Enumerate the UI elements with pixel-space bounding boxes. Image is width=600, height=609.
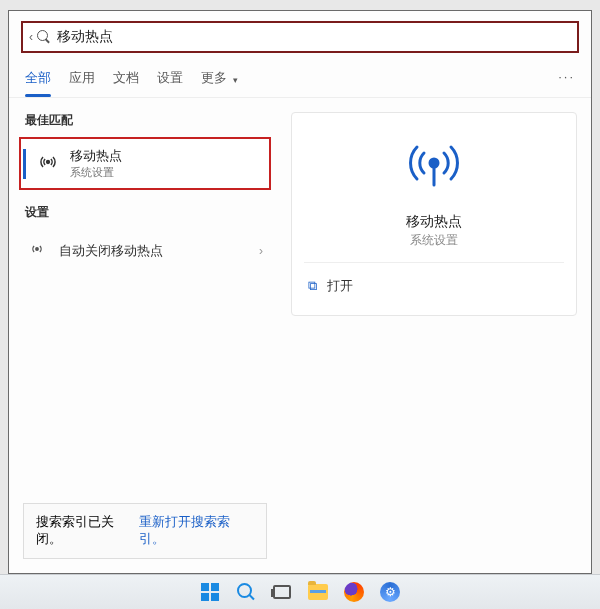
settings-app[interactable]	[377, 579, 403, 605]
setting-label: 自动关闭移动热点	[59, 242, 163, 260]
search-icon	[37, 30, 51, 44]
hotspot-icon	[38, 152, 58, 176]
hotspot-icon	[27, 239, 47, 262]
taskbar-search[interactable]	[233, 579, 259, 605]
index-status-bar: 搜索索引已关闭。 重新打开搜索索引。	[23, 503, 267, 559]
chevron-right-icon: ›	[259, 244, 263, 258]
search-window: ‹ 全部 应用 文档 设置 更多 ▾ ··· 最佳匹配	[8, 10, 592, 574]
spacer	[9, 272, 281, 503]
overflow-menu[interactable]: ···	[558, 69, 575, 92]
filter-tabs: 全部 应用 文档 设置 更多 ▾ ···	[9, 59, 591, 98]
best-match-item[interactable]: 移动热点 系统设置	[19, 137, 271, 190]
search-input[interactable]	[57, 29, 571, 45]
folder-icon	[308, 584, 328, 600]
search-box[interactable]: ‹	[21, 21, 579, 53]
taskview-icon	[273, 585, 291, 599]
setting-auto-off-hotspot[interactable]: 自动关闭移动热点 ›	[9, 229, 281, 272]
firefox-icon	[344, 582, 364, 602]
preview-card: 移动热点 系统设置 ⧉ 打开	[291, 112, 577, 316]
open-action[interactable]: ⧉ 打开	[304, 273, 357, 299]
divider	[304, 262, 564, 263]
results-list: 最佳匹配 移动热点 系统设置 设置	[9, 98, 281, 573]
selection-indicator	[23, 149, 26, 179]
results-body: 最佳匹配 移动热点 系统设置 设置	[9, 98, 591, 573]
firefox[interactable]	[341, 579, 367, 605]
tab-all[interactable]: 全部	[25, 63, 51, 97]
tab-settings[interactable]: 设置	[157, 63, 183, 97]
tab-apps[interactable]: 应用	[69, 63, 95, 97]
gear-icon	[380, 582, 400, 602]
best-match-subtitle: 系统设置	[70, 165, 122, 180]
best-match-title: 移动热点	[70, 147, 122, 165]
taskbar	[0, 574, 600, 609]
index-status-text: 搜索索引已关闭。	[36, 514, 139, 548]
hotspot-icon-large	[402, 135, 466, 203]
windows-logo-icon	[201, 583, 219, 601]
start-button[interactable]	[197, 579, 223, 605]
search-icon	[237, 583, 255, 601]
file-explorer[interactable]	[305, 579, 331, 605]
section-settings: 设置	[9, 190, 281, 229]
preview-title: 移动热点	[406, 213, 462, 231]
svg-point-0	[47, 160, 50, 163]
preview-subtitle: 系统设置	[410, 233, 458, 248]
open-icon: ⧉	[308, 278, 317, 294]
best-match-text: 移动热点 系统设置	[70, 147, 122, 180]
chevron-down-icon: ▾	[233, 75, 238, 85]
back-chevron-icon[interactable]: ‹	[29, 30, 33, 44]
search-bar-area: ‹	[9, 11, 591, 59]
open-label: 打开	[327, 277, 353, 295]
svg-point-1	[36, 248, 39, 251]
preview-pane: 移动热点 系统设置 ⧉ 打开	[281, 98, 591, 573]
task-view[interactable]	[269, 579, 295, 605]
tab-documents[interactable]: 文档	[113, 63, 139, 97]
tab-more[interactable]: 更多	[201, 63, 227, 97]
reopen-index-link[interactable]: 重新打开搜索索引。	[139, 514, 254, 548]
section-best-match: 最佳匹配	[9, 98, 281, 137]
